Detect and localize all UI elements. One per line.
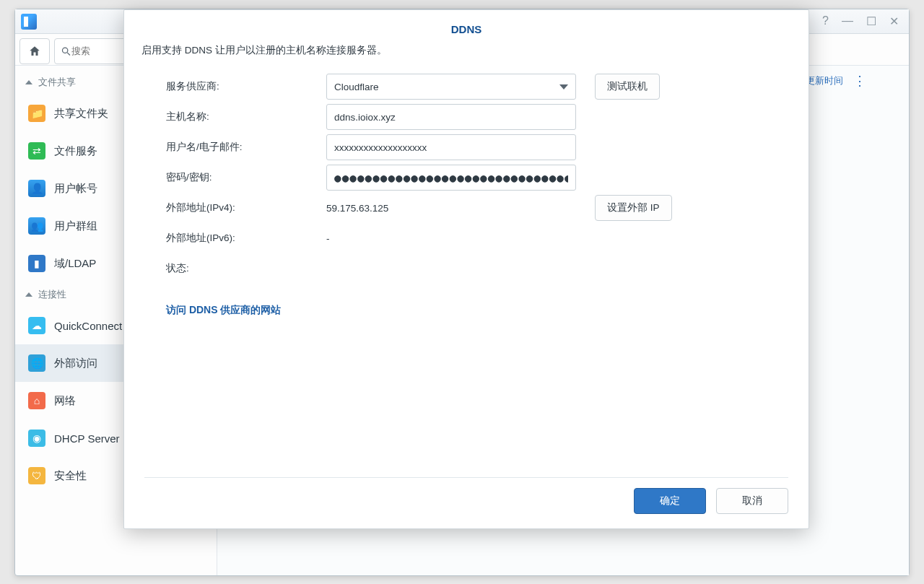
sidebar-item-label: 文件服务 bbox=[54, 144, 97, 158]
control-panel-window: 控制面板 ? — ☐ ✕ 文件共享 📁共享文件夹 ⇄文件服务 👤用户帐号 bbox=[14, 9, 910, 576]
cancel-button[interactable]: 取消 bbox=[716, 488, 788, 514]
sidebar-item-label: 用户群组 bbox=[54, 219, 97, 233]
home-icon bbox=[28, 45, 41, 58]
folder-icon: 📁 bbox=[28, 105, 45, 122]
globe-icon: 🌐 bbox=[28, 354, 45, 372]
sidebar-item-label: 用户帐号 bbox=[54, 182, 97, 196]
user-icon: 👤 bbox=[28, 180, 45, 197]
app-icon bbox=[21, 14, 37, 30]
username-input[interactable] bbox=[326, 134, 576, 160]
svg-point-0 bbox=[62, 48, 67, 53]
provider-value: Cloudflare bbox=[334, 82, 379, 92]
search-icon bbox=[61, 45, 71, 57]
ipv4-value: 59.175.63.125 bbox=[326, 203, 576, 214]
label-ipv6: 外部地址(IPv6): bbox=[166, 232, 326, 245]
label-hostname: 主机名称: bbox=[166, 110, 326, 123]
label-status: 状态: bbox=[166, 262, 326, 275]
sidebar-item-label: 外部访问 bbox=[54, 357, 97, 370]
users-icon: 👥 bbox=[28, 217, 45, 235]
sidebar-item-label: 安全性 bbox=[54, 469, 87, 483]
hostname-input[interactable] bbox=[326, 104, 576, 130]
label-provider: 服务供应商: bbox=[166, 80, 326, 93]
chevron-up-icon bbox=[25, 292, 32, 297]
chevron-down-icon bbox=[559, 84, 568, 90]
dialog-description: 启用支持 DDNS 让用户以注册的主机名称连接服务器。 bbox=[124, 44, 808, 67]
section-label: 连接性 bbox=[38, 288, 66, 301]
arrows-icon: ⇄ bbox=[28, 142, 45, 160]
chevron-up-icon bbox=[25, 80, 32, 84]
dhcp-icon: ◉ bbox=[28, 430, 45, 447]
provider-select[interactable]: Cloudflare bbox=[326, 74, 576, 100]
label-username: 用户名/电子邮件: bbox=[166, 141, 326, 154]
sidebar-item-label: QuickConnect bbox=[54, 320, 122, 332]
shield-icon: 🛡 bbox=[28, 467, 45, 484]
home-button[interactable] bbox=[19, 38, 50, 64]
sidebar-item-label: DHCP Server bbox=[54, 432, 120, 445]
section-label: 文件共享 bbox=[38, 76, 76, 89]
book-icon: ▮ bbox=[28, 255, 45, 272]
ddns-dialog: DDNS 启用支持 DDNS 让用户以注册的主机名称连接服务器。 服务供应商: … bbox=[123, 9, 809, 529]
sidebar-item-label: 共享文件夹 bbox=[54, 107, 108, 121]
sidebar-item-label: 网络 bbox=[54, 394, 76, 408]
ipv6-value: - bbox=[326, 233, 330, 244]
dialog-title: DDNS bbox=[124, 10, 808, 44]
password-input[interactable] bbox=[326, 165, 576, 191]
cloud-icon: ☁ bbox=[28, 317, 45, 334]
network-icon: ⌂ bbox=[28, 392, 45, 409]
label-password: 密码/密钥: bbox=[166, 171, 326, 184]
label-ipv4: 外部地址(IPv4): bbox=[166, 201, 326, 214]
set-external-ip-button[interactable]: 设置外部 IP bbox=[595, 195, 672, 221]
svg-line-1 bbox=[67, 52, 70, 55]
sidebar-item-label: 域/LDAP bbox=[54, 257, 96, 271]
provider-website-link[interactable]: 访问 DDNS 供应商的网站 bbox=[166, 284, 281, 317]
dialog-separator bbox=[144, 477, 788, 478]
test-connection-button[interactable]: 测试联机 bbox=[595, 74, 660, 100]
ok-button[interactable]: 确定 bbox=[634, 488, 706, 514]
